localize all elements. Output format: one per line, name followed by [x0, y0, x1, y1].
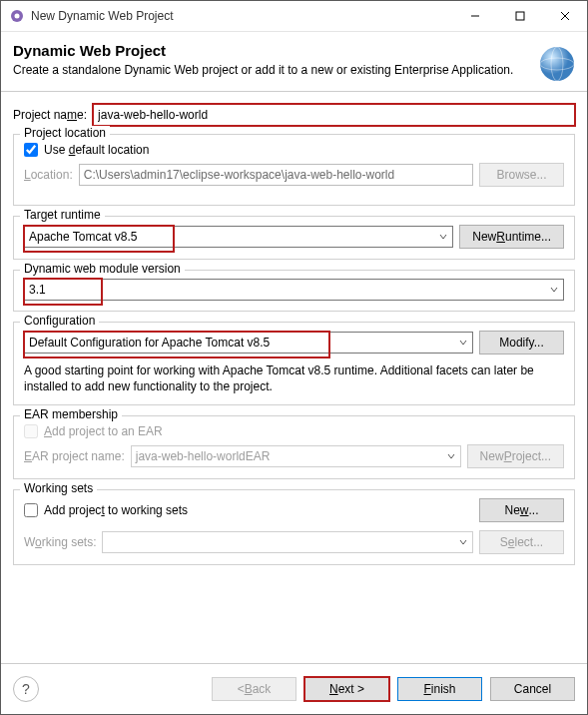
svg-point-6	[540, 47, 574, 81]
working-sets-new-button[interactable]: New...	[479, 498, 564, 522]
dialog-window: New Dynamic Web Project Dynamic Web Proj…	[0, 0, 588, 715]
title-bar[interactable]: New Dynamic Web Project	[1, 1, 587, 32]
window-controls	[452, 1, 587, 31]
module-version-legend: Dynamic web module version	[20, 262, 185, 276]
project-name-input[interactable]	[93, 104, 575, 126]
chevron-down-icon	[442, 446, 460, 466]
ear-name-label: EAR project name:	[24, 449, 125, 463]
finish-button[interactable]: Finish	[397, 677, 482, 701]
app-icon	[9, 8, 25, 24]
target-runtime-group: Target runtime Apache Tomcat v8.5 New Ru…	[13, 216, 575, 260]
minimize-button[interactable]	[452, 1, 497, 31]
ear-name-dropdown: java-web-hello-worldEAR	[131, 445, 461, 467]
banner-subtext: Create a standalone Dynamic Web project …	[13, 63, 575, 77]
maximize-button[interactable]	[497, 1, 542, 31]
back-button: < Back	[212, 677, 296, 701]
target-runtime-value: Apache Tomcat v8.5	[29, 230, 138, 244]
target-runtime-legend: Target runtime	[20, 208, 105, 222]
working-sets-dropdown	[102, 531, 473, 553]
project-name-row: Project name:	[13, 104, 575, 126]
window-title: New Dynamic Web Project	[31, 9, 452, 23]
configuration-description: A good starting point for working with A…	[24, 362, 564, 394]
configuration-legend: Configuration	[20, 314, 99, 328]
working-sets-select-button: Select...	[479, 530, 564, 554]
new-runtime-button[interactable]: New Runtime...	[459, 225, 564, 249]
configuration-group: Configuration Default Configuration for …	[13, 322, 575, 405]
configuration-dropdown[interactable]: Default Configuration for Apache Tomcat …	[24, 332, 473, 354]
add-to-ear-label: Add project to an EAR	[44, 424, 163, 438]
use-default-location-checkbox[interactable]	[24, 143, 38, 157]
add-to-ear-checkbox	[24, 424, 38, 438]
add-to-working-sets-label: Add project to working sets	[44, 503, 188, 517]
target-runtime-dropdown[interactable]: Apache Tomcat v8.5	[24, 226, 453, 248]
globe-icon	[531, 38, 579, 89]
next-button[interactable]: Next >	[304, 677, 389, 701]
chevron-down-icon	[454, 333, 472, 353]
working-sets-legend: Working sets	[20, 481, 97, 495]
chevron-down-icon	[434, 227, 452, 247]
close-button[interactable]	[542, 1, 587, 31]
location-label: Location:	[24, 168, 73, 182]
cancel-button[interactable]: Cancel	[490, 677, 575, 701]
svg-point-1	[15, 14, 20, 19]
module-version-dropdown[interactable]: 3.1	[24, 279, 564, 301]
banner-heading: Dynamic Web Project	[13, 42, 575, 59]
ear-new-project-button: New Project...	[467, 444, 564, 468]
module-version-value: 3.1	[29, 283, 46, 297]
browse-button: Browse...	[479, 163, 564, 187]
project-name-label: Project name:	[13, 108, 87, 122]
ear-name-value: java-web-hello-worldEAR	[136, 449, 271, 463]
wizard-footer: ? < Back Next > Finish Cancel	[1, 663, 587, 714]
content-area: Project name: Project location Use defau…	[1, 92, 587, 663]
use-default-location-label: Use default location	[44, 143, 149, 157]
ear-membership-group: EAR membership Add project to an EAR EAR…	[13, 415, 575, 479]
location-input	[79, 164, 473, 186]
ear-membership-legend: EAR membership	[20, 407, 122, 421]
project-location-legend: Project location	[20, 126, 110, 140]
working-sets-label: Working sets:	[24, 535, 96, 549]
help-icon[interactable]: ?	[13, 676, 39, 702]
project-location-group: Project location Use default location Lo…	[13, 134, 575, 206]
svg-rect-3	[516, 12, 524, 20]
chevron-down-icon	[454, 532, 472, 552]
modify-button[interactable]: Modify...	[479, 331, 564, 355]
module-version-group: Dynamic web module version 3.1	[13, 270, 575, 312]
add-to-working-sets-checkbox[interactable]	[24, 503, 38, 517]
working-sets-group: Working sets Add project to working sets…	[13, 489, 575, 565]
wizard-banner: Dynamic Web Project Create a standalone …	[1, 32, 587, 92]
chevron-down-icon	[545, 280, 563, 300]
configuration-value: Default Configuration for Apache Tomcat …	[29, 336, 270, 350]
